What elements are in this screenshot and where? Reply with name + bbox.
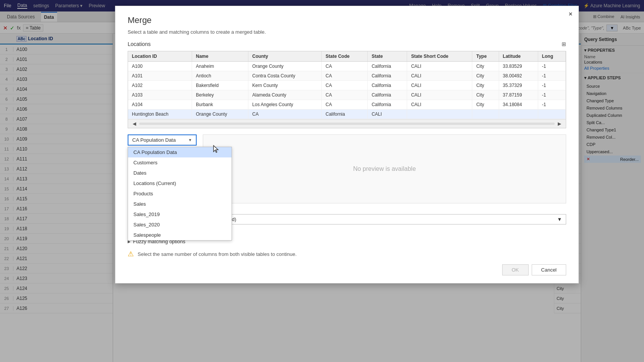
table-cell: A102 <box>128 81 192 90</box>
table-header-cell[interactable]: Name <box>192 51 248 62</box>
modal-close-btn[interactable]: × <box>569 11 572 18</box>
dropdown-list-item[interactable]: Sales <box>128 199 232 209</box>
modal-title: Merge <box>128 15 566 25</box>
table-cell: Berkeley <box>192 90 248 100</box>
table-cell: -1 <box>538 62 565 71</box>
table-select-dropdown[interactable]: CA Population Data ▼ <box>128 134 197 146</box>
table-cell: California <box>368 62 407 71</box>
scroll-left-arrow[interactable]: ◀ <box>131 120 138 127</box>
dropdown-list-item[interactable]: Products <box>128 188 232 199</box>
modal-buttons: OK Cancel <box>128 264 566 275</box>
table-row[interactable]: A104BurbankLos Angeles CountyCACaliforni… <box>128 100 566 110</box>
table-cell: Alameda County <box>248 90 322 100</box>
table-cell: A101 <box>128 71 192 81</box>
table-cell: CALI <box>368 110 407 119</box>
table-header-cell[interactable]: State Short Code <box>407 51 472 62</box>
table-cell: CALI <box>407 62 472 71</box>
table-cell <box>499 110 538 119</box>
table-cell <box>472 110 499 119</box>
dropdown-list-item[interactable]: Salespeople <box>128 230 232 240</box>
table-header-cell[interactable]: Latitude <box>499 51 538 62</box>
table-row[interactable]: A100AnaheimOrange CountyCACaliforniaCALI… <box>128 62 566 71</box>
table-cell: -1 <box>538 100 565 110</box>
table-cell: California <box>368 90 407 100</box>
table-scroll-bar: ◀ ▶ <box>128 119 566 128</box>
locations-title: Locations ⊞ <box>128 41 566 47</box>
table-cell: Antioch <box>192 71 248 81</box>
table-row[interactable]: A101AntiochContra Costa CountyCACaliforn… <box>128 71 566 81</box>
table-cell: City <box>472 81 499 90</box>
table-cell: California <box>368 81 407 90</box>
table-cell: Burbank <box>192 100 248 110</box>
no-preview-area: No preview is available <box>203 134 566 203</box>
dropdown-list-item[interactable]: Sales_2020 <box>128 219 232 230</box>
table-cell: CA <box>322 62 368 71</box>
scroll-right-arrow[interactable]: ▶ <box>556 120 563 127</box>
table-cell: California <box>368 100 407 110</box>
table-cell: Orange County <box>248 62 322 71</box>
dropdown-list-item[interactable]: Dates <box>128 168 232 178</box>
table-cell: 38.00492 <box>499 71 538 81</box>
table-cell: CA <box>322 81 368 90</box>
scroll-track[interactable] <box>139 123 555 125</box>
table-cell: -1 <box>538 81 565 90</box>
table-dropdown-list: CA Population DataCustomersDatesLocation… <box>128 147 232 241</box>
table-row[interactable]: A103BerkeleyAlameda CountyCACaliforniaCA… <box>128 90 566 100</box>
table-cell: CALI <box>407 90 472 100</box>
table-row[interactable]: A102BakersfieldKern CountyCACaliforniaCA… <box>128 81 566 90</box>
dropdown-arrow-icon: ▼ <box>188 138 192 142</box>
table-header-cell[interactable]: Type <box>472 51 499 62</box>
table-cell: 33.83529 <box>499 62 538 71</box>
table-cell: CA <box>322 71 368 81</box>
modal-subtitle: Select a table and matching columns to c… <box>128 29 566 35</box>
table-cell: California <box>322 110 368 119</box>
table-cell: CA <box>322 90 368 100</box>
table-cell: Anaheim <box>192 62 248 71</box>
table-cell: CA <box>248 110 322 119</box>
table-cell <box>407 110 472 119</box>
table-cell: 34.18084 <box>499 100 538 110</box>
merge-table-header-row: Location IDNameCountyState CodeStateStat… <box>128 51 566 62</box>
table-cell: Huntington Beach <box>128 110 192 119</box>
table-cell: City <box>472 71 499 81</box>
table-cell: City <box>472 90 499 100</box>
dropdown-list-item[interactable]: CA Population Data <box>128 147 232 157</box>
dropdown-list-item[interactable]: Sales_2019 <box>128 209 232 219</box>
merge-table-body: A100AnaheimOrange CountyCACaliforniaCALI… <box>128 62 566 119</box>
table-cell: CALI <box>407 71 472 81</box>
table-cell: CALI <box>407 100 472 110</box>
ok-button[interactable]: OK <box>502 264 529 275</box>
table-export-icon[interactable]: ⊞ <box>562 41 566 47</box>
merge-modal: × Merge Select a table and matching colu… <box>115 6 579 283</box>
table-row[interactable]: Huntington BeachOrange CountyCACaliforni… <box>128 110 566 119</box>
table-cell: Orange County <box>192 110 248 119</box>
table-header-cell[interactable]: County <box>248 51 322 62</box>
warning-row: ⚠ Select the same number of columns from… <box>128 250 566 258</box>
table-cell: City <box>472 100 499 110</box>
table-select-container: CA Population Data ▼ CA Population DataC… <box>128 134 197 210</box>
table-cell <box>538 110 565 119</box>
table-cell: -1 <box>538 71 565 81</box>
table-cell: -1 <box>538 90 565 100</box>
table-header-cell[interactable]: Location ID <box>128 51 192 62</box>
table-header-cell[interactable]: State Code <box>322 51 368 62</box>
table-cell: CALI <box>407 81 472 90</box>
table-cell: 35.37329 <box>499 81 538 90</box>
dropdown-list-item[interactable]: Locations (Current) <box>128 178 232 188</box>
table-cell: Contra Costa County <box>248 71 322 81</box>
cancel-button[interactable]: Cancel <box>532 264 566 275</box>
dropdown-list-item[interactable]: Customers <box>128 157 232 168</box>
table-cell: Los Angeles County <box>248 100 322 110</box>
table-header-cell[interactable]: State <box>368 51 407 62</box>
table-cell: CA <box>322 100 368 110</box>
table-cell: Bakersfield <box>192 81 248 90</box>
table-cell: City <box>472 62 499 71</box>
table-header-cell[interactable]: Long <box>538 51 565 62</box>
merge-table: Location IDNameCountyState CodeStateStat… <box>128 51 566 119</box>
second-table-row: CA Population Data ▼ CA Population DataC… <box>128 134 566 210</box>
join-dropdown-arrow: ▼ <box>557 216 562 222</box>
table-cell: 37.87159 <box>499 90 538 100</box>
table-cell: A100 <box>128 62 192 71</box>
table-cell: A104 <box>128 100 192 110</box>
merge-table-container: Location IDNameCountyState CodeStateStat… <box>128 51 566 128</box>
